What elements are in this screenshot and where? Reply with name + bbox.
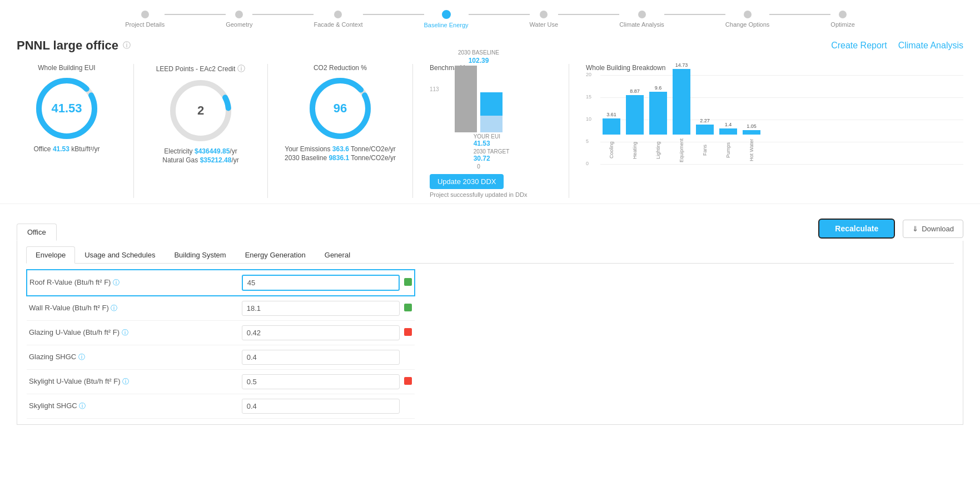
leed-details: Electricity $436449.85/yr Natural Gas $3… xyxy=(162,147,238,164)
leed-gas: Natural Gas $35212.48/yr xyxy=(162,156,238,164)
climate-analysis-link[interactable]: Climate Analysis xyxy=(898,41,963,51)
status-dot-red-2 xyxy=(404,328,412,336)
divider-1 xyxy=(133,64,134,198)
bench-bar-eui xyxy=(480,92,503,116)
leed-card: LEED Points - EAc2 Credit ⓘ 2 Electricit… xyxy=(151,64,251,164)
co2-donut: 96 xyxy=(307,75,374,142)
envelope-row-2: Glazing U-Value (Btu/h ft² F) ⓘ xyxy=(27,321,415,345)
step-project-details[interactable]: Project Details xyxy=(125,11,165,28)
bench-your-eui-value: 41.53 xyxy=(474,140,490,147)
outer-tabs: Office xyxy=(17,224,57,241)
envelope-table: Roof R-Value (Btu/h ft² F) ⓘWall R-Value… xyxy=(26,269,415,419)
info-icon[interactable]: ⓘ xyxy=(123,41,131,51)
co2-value: 96 xyxy=(334,101,347,116)
envelope-input-0[interactable] xyxy=(242,275,400,291)
step-facade-&-context[interactable]: Facade & Context xyxy=(314,11,362,28)
co2-card: CO2 Reduction % 96 Your Emissions 363.6 … xyxy=(285,64,396,162)
eui-building-type: Office 41.53 kBtu/ft²/yr xyxy=(33,145,100,153)
breakdown-chart: 201510503.61Cooling8.87Heating9.6Lightin… xyxy=(586,75,963,197)
envelope-row-0: Roof R-Value (Btu/h ft² F) ⓘ xyxy=(27,270,415,296)
leed-info-icon[interactable]: ⓘ xyxy=(237,64,245,74)
bar-item-heating: 8.87Heating xyxy=(626,88,644,164)
bench-baseline-label: 2030 BASELINE xyxy=(458,49,499,56)
status-dot-red-4 xyxy=(404,377,412,385)
tab-action-bar: Recalculate ⇓ Download xyxy=(818,213,963,241)
eui-value: 41.53 xyxy=(51,101,82,116)
inner-tab-energy-generation[interactable]: Energy Generation xyxy=(236,246,315,263)
leed-electricity: Electricity $436449.85/yr xyxy=(162,147,238,155)
download-icon: ⇓ xyxy=(912,225,918,233)
co2-baseline: 2030 Baseline 9836.1 Tonne/CO2e/yr xyxy=(285,154,396,162)
chart-gridline-0 xyxy=(600,164,963,165)
envelope-input-2[interactable] xyxy=(242,325,400,340)
bars-wrapper: 3.61Cooling8.87Heating9.6Lighting14.73Eq… xyxy=(603,75,963,164)
co2-emissions: Your Emissions 363.6 Tonne/CO2e/yr xyxy=(285,145,396,153)
create-report-link[interactable]: Create Report xyxy=(831,41,887,51)
inner-tab-general[interactable]: General xyxy=(315,246,360,263)
page-title: PNNL large office xyxy=(17,38,118,53)
bar-item-fans: 2.27Fans xyxy=(696,118,714,164)
inner-tab-usage-and-schedules[interactable]: Usage and Schedules xyxy=(75,246,165,263)
metrics-row: Whole Building EUI 41.53 Office 41.53 kB… xyxy=(0,58,980,204)
envelope-row-3: Glazing SHGC ⓘ xyxy=(27,345,415,370)
envelope-input-4[interactable] xyxy=(242,374,400,389)
bench-baseline-value: 102.39 xyxy=(469,57,489,65)
breakdown-card: Whole Building Breakdown 201510503.61Coo… xyxy=(586,64,963,197)
step-optimize[interactable]: Optimize xyxy=(830,11,854,28)
update-ddx-button[interactable]: Update 2030 DDX xyxy=(430,174,504,189)
bench-zero: 0 xyxy=(477,163,480,170)
bar-item-equipment: 14.73Equipment xyxy=(673,62,690,164)
breakdown-title: Whole Building Breakdown xyxy=(586,64,665,72)
download-button[interactable]: ⇓ Download xyxy=(903,220,963,238)
step-water-use[interactable]: Water Use xyxy=(530,11,559,28)
bench-bar-baseline xyxy=(455,66,477,132)
benchmarking-card: Benchmarking 113 2030 BASELINE 102.39 xyxy=(430,64,552,198)
header-actions: Create Report Climate Analysis xyxy=(831,41,963,51)
step-climate-analysis[interactable]: Climate Analysis xyxy=(619,11,664,28)
inner-tabs: EnvelopeUsage and SchedulesBuilding Syst… xyxy=(26,246,954,264)
step-line-0 xyxy=(165,14,226,15)
step-baseline-energy[interactable]: Baseline Energy xyxy=(424,10,469,28)
bench-target-value: 30.72 xyxy=(474,155,490,162)
bar-item-lighting: 9.6Lighting xyxy=(649,85,667,164)
bench-bar-target xyxy=(480,116,503,132)
envelope-row-5: Skylight SHGC ⓘ xyxy=(27,394,415,419)
eui-title: Whole Building EUI xyxy=(38,64,95,72)
step-line-1 xyxy=(252,14,314,15)
bench-target-label: 2030 TARGET xyxy=(474,148,510,155)
leed-donut: 2 xyxy=(167,77,234,144)
envelope-row-4: Skylight U-Value (Btu/h ft² F) ⓘ xyxy=(27,370,415,394)
ddx-success-message: Project successfully updated in DDx xyxy=(430,191,527,198)
y-label-15: 15 xyxy=(586,94,591,100)
co2-title: CO2 Reduction % xyxy=(314,64,367,72)
bar-item-hot water: 1.05Hot Water xyxy=(743,123,760,164)
eui-details: Office 41.53 kBtu/ft²/yr xyxy=(33,145,100,153)
step-line-6 xyxy=(769,14,830,15)
stepper: Project DetailsGeometryFacade & ContextB… xyxy=(0,0,980,33)
y-label-0: 0 xyxy=(586,161,589,166)
envelope-input-3[interactable] xyxy=(242,350,400,365)
leed-title: LEED Points - EAc2 Credit ⓘ xyxy=(156,64,246,74)
envelope-input-1[interactable] xyxy=(242,301,400,316)
bench-your-eui-label: YOUR EUI xyxy=(474,133,500,140)
step-line-4 xyxy=(558,14,619,15)
step-geometry[interactable]: Geometry xyxy=(226,11,252,28)
envelope-input-5[interactable] xyxy=(242,399,400,414)
y-label-20: 20 xyxy=(586,72,591,77)
inner-tab-building-system[interactable]: Building System xyxy=(165,246,235,263)
tab-office[interactable]: Office xyxy=(17,224,57,241)
recalculate-button[interactable]: Recalculate xyxy=(818,219,895,239)
step-line-3 xyxy=(469,14,530,15)
bench-y-113: 113 xyxy=(430,86,439,92)
divider-4 xyxy=(569,64,569,198)
co2-details: Your Emissions 363.6 Tonne/CO2e/yr 2030 … xyxy=(285,145,396,162)
y-label-5: 5 xyxy=(586,138,589,144)
status-dot-green-0 xyxy=(404,278,412,286)
inner-tab-envelope[interactable]: Envelope xyxy=(26,246,75,264)
envelope-row-1: Wall R-Value (Btu/h ft² F) ⓘ xyxy=(27,296,415,321)
eui-card: Whole Building EUI 41.53 Office 41.53 kB… xyxy=(17,64,117,153)
leed-value: 2 xyxy=(197,103,204,118)
eui-donut: 41.53 xyxy=(33,75,100,142)
bar-item-cooling: 3.61Cooling xyxy=(603,112,620,164)
step-change-options[interactable]: Change Options xyxy=(725,11,770,28)
